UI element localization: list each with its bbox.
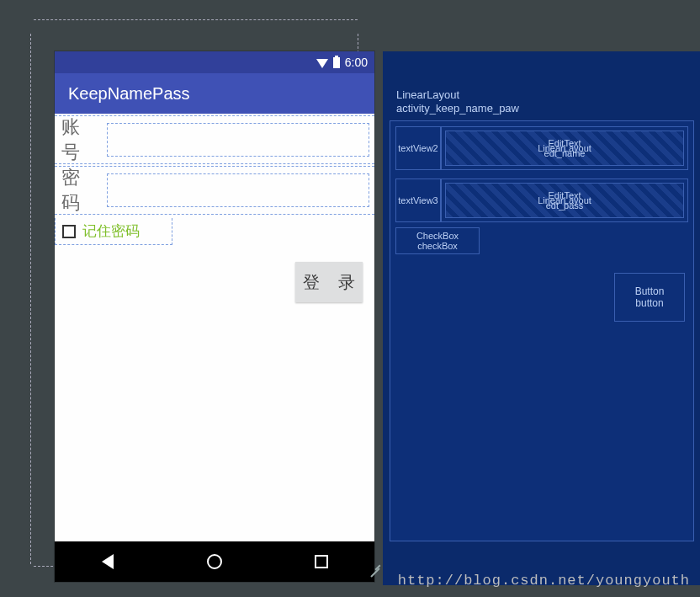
username-input[interactable] [108,124,369,156]
bp-btn-id: button [635,297,663,309]
password-input-wrap [107,173,369,207]
app-title: KeepNamePass [68,84,190,104]
bp-linearlayout-1[interactable]: EditText LinearLayout edt_name [441,126,688,170]
device-preview: 6:00 KeepNamePass 账 号 密 码 记住密码 [55,51,374,582]
status-bar: 6:00 [55,51,374,73]
app-bar: KeepNamePass [55,73,374,114]
username-input-wrap [107,123,369,157]
password-row: 密 码 [55,166,374,215]
bp-row-password[interactable]: textView3 EditText LinearLayout edt_pass [395,179,688,222]
password-input[interactable] [108,174,369,206]
home-icon[interactable] [206,553,223,570]
bp-check-type: CheckBox [416,231,459,241]
battery-icon [333,57,340,68]
bp-edittext-name[interactable]: EditText LinearLayout edt_name [445,131,684,166]
recent-icon[interactable] [313,553,330,570]
bp-ll1-label: LinearLayout [538,143,591,153]
clock-text: 6:00 [345,56,368,69]
bp-edittext-pass[interactable]: EditText LinearLayout edt_pass [445,183,684,218]
bp-root-id: activity_keep_name_paw [396,102,700,115]
blueprint-root[interactable]: LinearLayout activity_keep_name_paw [383,51,700,115]
back-icon[interactable] [99,553,116,570]
system-nav [55,541,374,582]
blueprint-panel: LinearLayout activity_keep_name_paw text… [383,51,700,585]
bp-root-type: LinearLayout [396,88,700,102]
wifi-icon [316,59,328,68]
bp-linearlayout-2[interactable]: EditText LinearLayout edt_pass [441,179,688,222]
bp-row-username[interactable]: textView2 EditText LinearLayout edt_name [395,126,688,170]
bp-check-id: checkBox [417,241,458,251]
bp-btn-type: Button [635,285,665,297]
bp-ll2-label: LinearLayout [538,195,591,205]
blueprint-body: textView2 EditText LinearLayout edt_name… [390,120,694,541]
username-row: 账 号 [55,115,374,164]
bp-textview2[interactable]: textView2 [395,126,441,170]
bp-checkbox[interactable]: CheckBox checkBox [395,227,480,254]
screen-content: 账 号 密 码 记住密码 登 录 [55,114,374,541]
design-canvas: 6:00 KeepNamePass 账 号 密 码 记住密码 [19,19,681,562]
resize-handle-icon[interactable] [364,558,383,577]
bp-button[interactable]: Button button [614,273,685,322]
remember-label: 记住密码 [82,221,140,241]
login-wrap: 登 录 [295,262,363,302]
login-button[interactable]: 登 录 [295,262,363,302]
watermark-text: http://blog.csdn.net/youngyouth [398,573,690,589]
remember-row[interactable]: 记住密码 [55,218,172,245]
bp-textview3[interactable]: textView3 [395,179,441,222]
checkbox-icon[interactable] [62,225,76,238]
username-label: 账 号 [55,115,107,165]
password-label: 密 码 [55,165,107,216]
